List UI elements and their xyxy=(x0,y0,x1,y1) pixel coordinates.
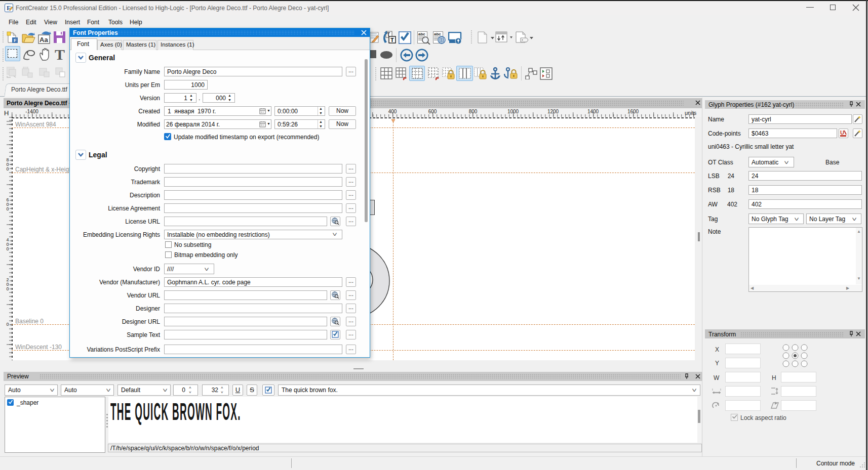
svg-text:Aa: Aa xyxy=(40,36,48,44)
svg-text:F: F xyxy=(14,38,17,43)
svg-text:abc: abc xyxy=(434,32,441,36)
svg-text:abc: abc xyxy=(418,32,425,36)
svg-text:U: U xyxy=(840,130,844,136)
svg-text:T: T xyxy=(390,37,394,43)
